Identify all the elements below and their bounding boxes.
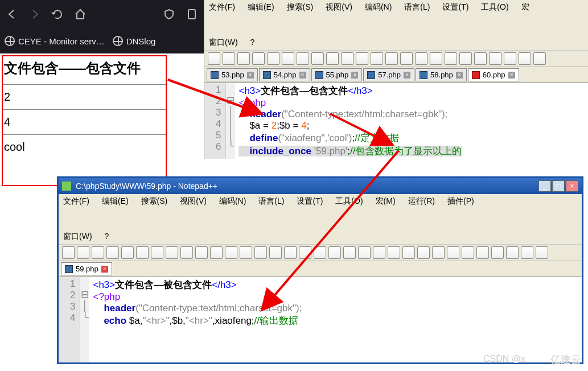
tool-icon[interactable] bbox=[223, 52, 235, 65]
tool-icon[interactable] bbox=[519, 52, 531, 65]
reload-icon[interactable] bbox=[51, 8, 64, 20]
menu-item[interactable]: 插件(P) bbox=[447, 196, 474, 207]
tool-icon[interactable] bbox=[432, 246, 445, 259]
tool-icon[interactable] bbox=[388, 246, 400, 259]
menu-item[interactable]: 宏(M) bbox=[376, 196, 396, 207]
file-tab[interactable]: 55.php× bbox=[311, 68, 363, 81]
tool-icon[interactable] bbox=[237, 52, 250, 65]
menu-item[interactable]: 窗口(W) bbox=[63, 232, 92, 242]
tool-icon[interactable] bbox=[373, 246, 385, 259]
file-tab[interactable]: 57.php× bbox=[363, 68, 414, 81]
titlebar[interactable]: C:\phpStudy\WWW\59.php - Notepad++ _ □ × bbox=[59, 178, 582, 194]
menu-item[interactable]: 编辑(E) bbox=[248, 2, 274, 13]
tool-icon[interactable] bbox=[462, 246, 474, 259]
minimize-button[interactable]: _ bbox=[538, 180, 551, 192]
menu-item[interactable]: 搜索(S) bbox=[141, 196, 168, 207]
menu-item[interactable]: 语言(L) bbox=[404, 2, 430, 13]
menu-item[interactable]: 设置(T) bbox=[442, 2, 468, 13]
tool-icon[interactable] bbox=[521, 246, 533, 259]
tool-icon[interactable] bbox=[489, 52, 501, 65]
tool-icon[interactable] bbox=[417, 246, 430, 259]
tool-icon[interactable] bbox=[356, 52, 368, 65]
tool-icon[interactable] bbox=[254, 246, 267, 259]
tool-icon[interactable] bbox=[284, 246, 297, 259]
tool-icon[interactable] bbox=[311, 52, 324, 65]
tool-icon[interactable] bbox=[430, 52, 442, 65]
tool-icon[interactable] bbox=[299, 246, 311, 259]
tool-icon[interactable] bbox=[282, 52, 294, 65]
tool-icon[interactable] bbox=[343, 246, 356, 259]
menu-item[interactable]: 视图(V) bbox=[326, 2, 352, 13]
tool-icon[interactable] bbox=[504, 52, 516, 65]
tool-icon[interactable] bbox=[341, 52, 353, 65]
tool-icon[interactable] bbox=[106, 246, 119, 259]
tool-icon[interactable] bbox=[402, 246, 415, 259]
tool-icon[interactable] bbox=[210, 246, 223, 259]
tool-icon[interactable] bbox=[385, 52, 398, 65]
tool-icon[interactable] bbox=[474, 52, 487, 65]
tool-icon[interactable] bbox=[208, 52, 220, 65]
close-button[interactable]: × bbox=[566, 180, 578, 192]
menu-item[interactable]: 搜索(S) bbox=[287, 2, 314, 13]
menu-item[interactable]: 设置(T) bbox=[297, 196, 323, 207]
back-icon[interactable] bbox=[6, 8, 18, 20]
tool-icon[interactable] bbox=[506, 246, 519, 259]
tool-icon[interactable] bbox=[240, 246, 252, 259]
code-editor[interactable]: 1 2 3 4 5 6 ⊟ │ │ │ └ <h3>文件包含—包含文件</h3>… bbox=[204, 83, 588, 159]
menu-item[interactable]: 工具(O) bbox=[335, 196, 363, 207]
forward-icon[interactable] bbox=[28, 8, 41, 20]
close-icon[interactable]: × bbox=[101, 266, 108, 273]
tool-icon[interactable] bbox=[180, 246, 193, 259]
tool-icon[interactable] bbox=[476, 246, 489, 259]
menu-item[interactable]: 工具(O) bbox=[481, 2, 508, 13]
tool-icon[interactable] bbox=[326, 52, 339, 65]
tool-icon[interactable] bbox=[297, 52, 309, 65]
tool-icon[interactable] bbox=[136, 246, 149, 259]
tool-icon[interactable] bbox=[328, 246, 341, 259]
tool-icon[interactable] bbox=[491, 246, 504, 259]
menu-item[interactable]: ? bbox=[250, 38, 255, 48]
tool-icon[interactable] bbox=[358, 246, 371, 259]
tool-icon[interactable] bbox=[62, 246, 75, 259]
tool-icon[interactable] bbox=[121, 246, 134, 259]
tool-icon[interactable] bbox=[314, 246, 326, 259]
file-tab[interactable]: 53.php× bbox=[207, 68, 258, 81]
menu-item[interactable]: 运行(R) bbox=[408, 196, 435, 207]
tool-icon[interactable] bbox=[400, 52, 413, 65]
close-icon[interactable]: × bbox=[456, 72, 463, 79]
tool-icon[interactable] bbox=[447, 246, 459, 259]
tool-icon[interactable] bbox=[225, 246, 237, 259]
tool-icon[interactable] bbox=[445, 52, 457, 65]
file-tab-active[interactable]: 60.php× bbox=[468, 68, 519, 81]
menu-item[interactable]: ? bbox=[105, 232, 109, 242]
file-tab-active[interactable]: 59.php× bbox=[61, 262, 112, 275]
close-icon[interactable]: × bbox=[351, 72, 358, 79]
tool-icon[interactable] bbox=[533, 52, 546, 65]
document-icon[interactable] bbox=[186, 8, 198, 20]
tool-icon[interactable] bbox=[252, 52, 265, 65]
file-tab[interactable]: 58.php× bbox=[416, 68, 467, 81]
tool-icon[interactable] bbox=[415, 52, 427, 65]
browser-tab-2[interactable]: DNSlog bbox=[113, 36, 156, 46]
code-editor[interactable]: 1 2 3 4 ⊟ │ └ <h3>文件包含—被包含文件</h3> <?php … bbox=[59, 277, 582, 362]
maximize-button[interactable]: □ bbox=[552, 180, 565, 192]
menu-item[interactable]: 窗口(W) bbox=[209, 38, 238, 48]
close-icon[interactable]: × bbox=[247, 72, 254, 79]
menu-item[interactable]: 视图(V) bbox=[180, 196, 207, 207]
menu-item[interactable]: 文件(F) bbox=[63, 196, 89, 207]
tool-icon[interactable] bbox=[267, 52, 279, 65]
tool-icon[interactable] bbox=[77, 246, 89, 259]
tool-icon[interactable] bbox=[195, 246, 208, 259]
home-icon[interactable] bbox=[74, 8, 87, 20]
menu-item[interactable]: 语言(L) bbox=[258, 196, 284, 207]
tool-icon[interactable] bbox=[371, 52, 383, 65]
menu-item[interactable]: 编码(N) bbox=[219, 196, 246, 207]
menu-item[interactable]: 宏 bbox=[521, 2, 529, 13]
tool-icon[interactable] bbox=[536, 246, 548, 259]
code-area[interactable]: <h3>文件包含—包含文件</h3> <?php header("Content… bbox=[235, 83, 465, 159]
shield-icon[interactable] bbox=[163, 8, 175, 20]
file-tab[interactable]: 54.php× bbox=[259, 68, 310, 81]
tool-icon[interactable] bbox=[151, 246, 163, 259]
menu-item[interactable]: 编辑(E) bbox=[102, 196, 129, 207]
browser-tab-1[interactable]: CEYE - Monitor serv… bbox=[5, 36, 105, 46]
